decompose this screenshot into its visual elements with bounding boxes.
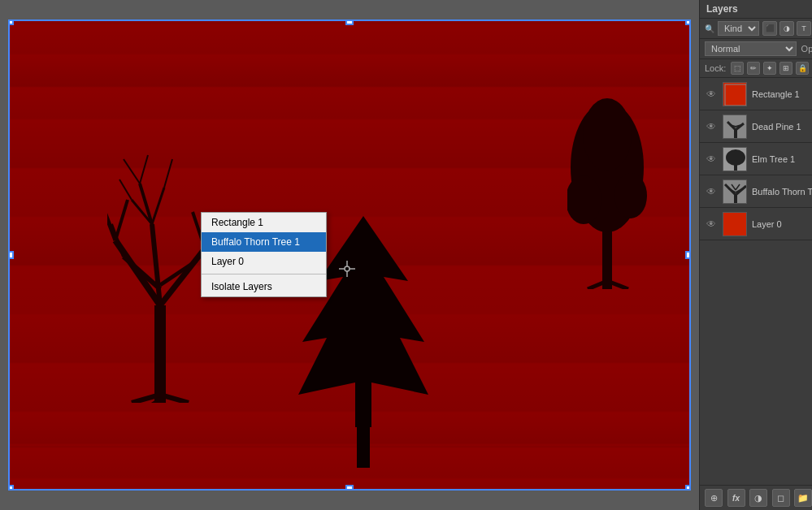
canvas-wrapper: Rectangle 1 Buffalo Thorn Tree 1 Layer 0… — [8, 19, 691, 491]
handle-top-middle[interactable] — [345, 19, 354, 25]
new-group-btn[interactable]: 📁 — [794, 489, 812, 507]
handle-middle-left[interactable] — [8, 251, 14, 259]
handle-bottom-right[interactable] — [685, 485, 691, 491]
svg-point-35 — [345, 266, 350, 271]
svg-line-20 — [164, 159, 172, 188]
svg-point-45 — [726, 149, 745, 166]
svg-rect-47 — [734, 195, 737, 204]
svg-line-16 — [152, 188, 164, 224]
context-menu-item-layer0[interactable]: Layer 0 — [202, 252, 326, 271]
layers-list: 👁 Rectangle 1 👁 Dead Pine 1 — [700, 78, 812, 485]
layers-bottom-bar: ⊕ fx ◑ ◻ 📁 + 🗑 — [700, 485, 812, 510]
lock-position-btn[interactable]: ✦ — [763, 62, 776, 75]
svg-rect-38 — [734, 130, 737, 139]
filter-pixel-btn[interactable]: ⬛ — [762, 21, 777, 36]
lock-transparent-btn[interactable]: ⬚ — [731, 62, 744, 75]
layers-blend-row: Normal Opacity: 10% — [700, 39, 812, 59]
layer-thumb-layer0 — [723, 212, 747, 236]
lock-artboard-btn[interactable]: ⊞ — [779, 62, 792, 75]
layer-thumb-buffalothorn1 — [723, 179, 747, 204]
lock-image-btn[interactable]: ✏ — [747, 62, 760, 75]
layer-eye-layer0[interactable]: 👁 — [705, 218, 718, 231]
layer-eye-buffalothorn1[interactable]: 👁 — [705, 185, 718, 198]
filter-type-btn[interactable]: T — [797, 21, 811, 36]
layer-thumb-elmtree1 — [723, 147, 747, 171]
link-layers-btn[interactable]: ⊕ — [705, 489, 723, 507]
adjustment-layer-btn[interactable]: ◑ — [749, 489, 767, 507]
layers-lock-row: Lock: ⬚ ✏ ✦ ⊞ 🔒 Fill: 100% — [700, 59, 812, 78]
layer-item-layer0[interactable]: 👁 Layer 0 — [700, 208, 812, 240]
layer-name-elmtree1: Elm Tree 1 — [752, 154, 812, 164]
handle-middle-right[interactable] — [685, 251, 691, 259]
context-menu-item-isolate[interactable]: Isolate Layers — [202, 277, 326, 296]
filter-kind-label: 🔍 — [705, 24, 714, 33]
canvas-image[interactable]: Rectangle 1 Buffalo Thorn Tree 1 Layer 0… — [8, 19, 691, 491]
blend-mode-select[interactable]: Normal — [705, 41, 797, 56]
svg-line-21 — [119, 179, 132, 200]
handle-top-left[interactable] — [8, 19, 14, 25]
layer-mask-btn[interactable]: ◻ — [772, 489, 790, 507]
opacity-label: Opacity: — [801, 44, 812, 54]
layer-thumb-rectangle1 — [723, 82, 747, 106]
layer-name-layer0: Layer 0 — [752, 219, 812, 229]
layers-panel: Layers >> ≡ 🔍 Kind ⬛ ◑ T ⬟ 🔗 ● Normal Op… — [699, 0, 812, 510]
context-menu-separator — [202, 274, 326, 274]
layer-eye-deadpine1[interactable]: 👁 — [705, 120, 718, 133]
context-menu: Rectangle 1 Buffalo Thorn Tree 1 Layer 0… — [201, 212, 327, 297]
layer-name-buffalothorn1: Buffalo Thorn Tree 1 — [752, 187, 812, 197]
handle-bottom-left[interactable] — [8, 485, 14, 491]
lock-all-btn[interactable]: 🔒 — [796, 62, 809, 75]
handle-top-right[interactable] — [685, 19, 691, 25]
lock-label: Lock: — [705, 63, 726, 73]
svg-point-29 — [614, 173, 647, 218]
layers-filter-row: 🔍 Kind ⬛ ◑ T ⬟ 🔗 ● — [700, 19, 812, 39]
svg-rect-0 — [154, 305, 166, 403]
handle-bottom-middle[interactable] — [345, 485, 354, 491]
svg-rect-36 — [725, 84, 746, 106]
layers-filter-icons: ⬛ ◑ T ⬟ 🔗 — [762, 21, 812, 36]
layer-name-rectangle1: Rectangle 1 — [752, 89, 812, 99]
layer-eye-rectangle1[interactable]: 👁 — [705, 88, 718, 101]
layer-effects-btn[interactable]: fx — [727, 489, 745, 507]
layers-panel-header: Layers >> ≡ — [700, 0, 812, 19]
filter-adjustment-btn[interactable]: ◑ — [779, 21, 794, 36]
layer-item-deadpine1[interactable]: 👁 Dead Pine 1 — [700, 110, 812, 143]
layer-item-buffalothorn1[interactable]: 👁 Buffalo Thorn Tree 1 — [700, 175, 812, 208]
svg-rect-22 — [357, 427, 370, 468]
layers-kind-select[interactable]: Kind — [718, 21, 759, 36]
canvas-area: Rectangle 1 Buffalo Thorn Tree 1 Layer 0… — [0, 0, 699, 510]
layer-thumb-deadpine1 — [723, 115, 747, 139]
svg-point-28 — [567, 175, 601, 224]
layer-eye-elmtree1[interactable]: 👁 — [705, 153, 718, 166]
layer-name-deadpine1: Dead Pine 1 — [752, 122, 812, 132]
svg-line-18 — [124, 159, 140, 184]
layers-panel-title: Layers — [706, 3, 738, 15]
tree-right — [567, 86, 649, 289]
context-menu-item-rectangle[interactable]: Rectangle 1 — [202, 213, 326, 232]
layer-item-rectangle1[interactable]: 👁 Rectangle 1 — [700, 78, 812, 110]
crosshair-cursor — [339, 261, 355, 277]
layer-item-elmtree1[interactable]: 👁 Elm Tree 1 — [700, 143, 812, 175]
svg-line-6 — [115, 200, 128, 240]
lock-icons: ⬚ ✏ ✦ ⊞ 🔒 — [731, 62, 809, 75]
svg-rect-54 — [723, 213, 747, 236]
svg-point-30 — [583, 98, 632, 171]
context-menu-item-buffalo[interactable]: Buffalo Thorn Tree 1 — [202, 232, 326, 252]
svg-line-19 — [140, 155, 148, 184]
